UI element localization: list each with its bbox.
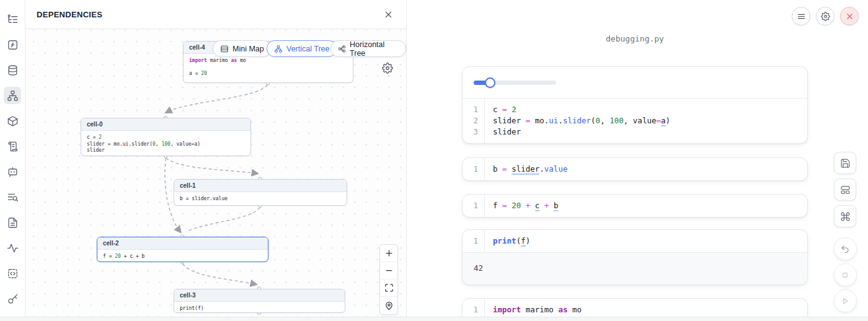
cell-output-slider — [463, 67, 807, 98]
code-snippet-icon — [7, 268, 19, 279]
run-icon — [840, 296, 850, 306]
graph-icon — [7, 90, 19, 102]
code-editor[interactable]: c = 2slider = mo.ui.slider(0, 100, value… — [485, 99, 670, 143]
gear-icon — [821, 12, 830, 21]
locate-button[interactable] — [380, 297, 397, 314]
graph-node-title: cell-3 — [174, 289, 345, 302]
line-numbers: 1 — [463, 230, 485, 252]
marimo-app: DEPENDENCIES — [0, 0, 868, 321]
code-editor[interactable]: b = slider.value — [485, 158, 567, 180]
scroll-icon — [7, 141, 19, 152]
graph-node-code: import marimo as mo a = 20 — [184, 54, 353, 81]
sidebar-item-tracing[interactable] — [4, 188, 21, 206]
graph-node-cell-1[interactable]: cell-1 b = slider.value — [174, 179, 347, 206]
stop-icon — [840, 270, 850, 280]
vertical-tree-icon — [274, 45, 283, 53]
code-editor[interactable]: print(f) — [485, 230, 530, 252]
vertical-tree-button[interactable]: Vertical Tree — [267, 40, 337, 57]
notebook-cell: 1 f = 20 + c + b — [462, 194, 808, 218]
gear-icon — [382, 63, 393, 74]
list-tree-icon — [7, 14, 19, 25]
graph-node-code: b = slider.value — [174, 192, 347, 206]
sidebar-item-secrets[interactable] — [4, 290, 21, 307]
graph-zoom-controls — [379, 244, 398, 315]
notebook-cell: 1 print(f) 42 — [462, 229, 808, 285]
function-icon — [7, 39, 19, 51]
line-numbers: 123 — [463, 99, 485, 143]
minus-icon — [384, 266, 394, 275]
sidebar-item-snippets[interactable] — [4, 265, 21, 282]
sidebar-item-documentation[interactable] — [4, 214, 21, 231]
undo-button[interactable] — [834, 237, 857, 260]
run-button[interactable] — [834, 289, 857, 312]
slider-thumb[interactable] — [485, 77, 495, 88]
close-panel-button[interactable] — [381, 7, 395, 21]
vertical-tree-label: Vertical Tree — [286, 45, 329, 53]
sidebar-item-packages[interactable] — [4, 112, 21, 130]
graph-node-code: print(f) — [174, 302, 345, 313]
zoom-in-button[interactable] — [380, 245, 397, 262]
database-icon — [7, 64, 19, 76]
graph-node-cell-0[interactable]: cell-0 c = 2slider = mo.ui.slider(0, 100… — [81, 118, 251, 156]
horizontal-tree-label: Horizontal Tree — [350, 40, 399, 58]
cell-output-text: 42 — [463, 252, 807, 284]
save-icon — [840, 158, 851, 169]
rows-icon — [220, 45, 229, 53]
stop-button[interactable] — [834, 263, 857, 286]
activity-icon — [7, 242, 19, 254]
close-icon — [845, 12, 854, 21]
helper-sidebar — [0, 0, 25, 321]
graph-node-title: cell-0 — [81, 118, 250, 131]
mini-map-button[interactable]: Mini Map — [213, 40, 272, 57]
layout-button[interactable] — [834, 178, 856, 201]
graph-node-code: c = 2slider = mo.ui.slider(0, 100, value… — [81, 131, 250, 156]
sidebar-item-chat[interactable] — [4, 163, 21, 180]
graph-settings-button[interactable] — [382, 63, 394, 75]
sidebar-item-dependencies[interactable] — [4, 87, 21, 104]
save-button[interactable] — [834, 152, 856, 174]
horizontal-tree-button[interactable]: Horizontal Tree — [330, 40, 406, 57]
notebook-settings-button[interactable] — [816, 7, 835, 25]
notebook-column: debugging.py 123 c = 2slider = mo.ui.sli… — [462, 0, 808, 321]
dependency-graph-canvas[interactable]: cell-4 import marimo as mo a = 20 cell-0… — [25, 30, 406, 317]
mini-map-label: Mini Map — [232, 45, 264, 53]
graph-node-title: cell-2 — [97, 237, 268, 250]
notebook-action-rail — [834, 152, 856, 315]
key-icon — [7, 293, 19, 305]
sidebar-item-logs[interactable] — [4, 138, 21, 155]
keyboard-shortcuts-button[interactable] — [834, 205, 856, 227]
code-editor[interactable]: f = 20 + c + b — [485, 195, 558, 217]
horizontal-tree-icon — [338, 45, 346, 53]
slider-widget[interactable] — [474, 77, 556, 88]
panel-title: DEPENDENCIES — [37, 10, 102, 19]
maximize-icon — [384, 283, 394, 292]
location-pin-icon — [384, 301, 394, 310]
shutdown-button[interactable] — [840, 7, 859, 25]
graph-node-cell-2[interactable]: cell-2 f = 20 + c + b — [97, 237, 268, 262]
zoom-out-button[interactable] — [380, 262, 397, 279]
notebook-cell: 1 b = slider.value — [462, 157, 808, 181]
plus-icon — [384, 248, 394, 258]
sidebar-item-datasources[interactable] — [4, 61, 21, 79]
notebook-cell: 123 c = 2slider = mo.ui.slider(0, 100, v… — [462, 66, 808, 144]
fit-view-button[interactable] — [380, 279, 397, 297]
notebook-area: debugging.py 123 c = 2slider = mo.ui.sli… — [407, 0, 868, 321]
notebook-filename: debugging.py — [462, 34, 808, 43]
dependencies-panel: DEPENDENCIES — [25, 0, 407, 317]
list-search-icon — [7, 191, 19, 203]
close-icon — [384, 10, 393, 19]
layout-icon — [840, 185, 851, 195]
sidebar-item-file-explorer[interactable] — [4, 11, 21, 28]
package-icon — [7, 115, 19, 127]
undo-icon — [840, 244, 850, 254]
graph-node-cell-3[interactable]: cell-3 print(f) — [174, 289, 345, 313]
line-numbers: 1 — [463, 195, 485, 217]
line-numbers: 1 — [463, 158, 485, 180]
dependencies-panel-header: DEPENDENCIES — [25, 0, 406, 29]
sidebar-item-outline[interactable] — [4, 239, 21, 257]
sidebar-item-variables[interactable] — [4, 36, 21, 53]
command-icon — [840, 211, 851, 222]
bot-chat-icon — [7, 166, 19, 178]
console-panel-edge[interactable] — [0, 317, 868, 321]
graph-node-title: cell-1 — [174, 180, 347, 192]
